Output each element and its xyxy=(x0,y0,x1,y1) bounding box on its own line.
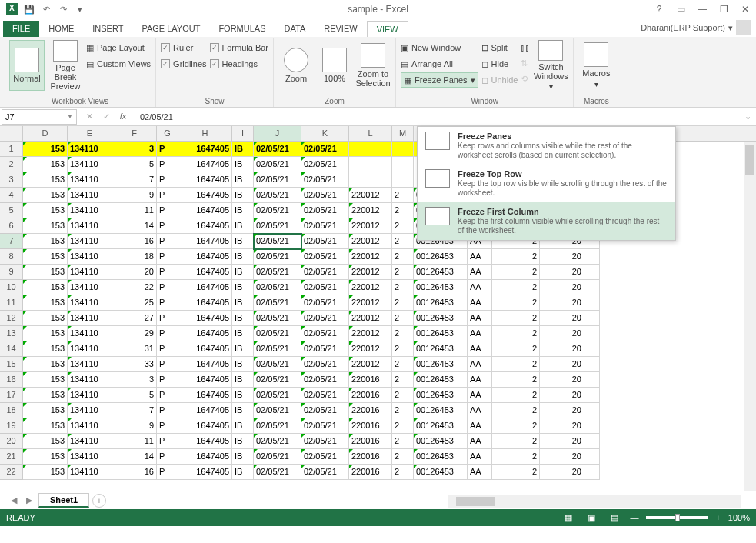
cell-O17[interactable]: AA xyxy=(468,388,492,403)
cell-I11[interactable]: IB xyxy=(232,295,254,311)
insert-function-icon[interactable]: fx xyxy=(115,112,131,122)
cell-H17[interactable]: 1647405 xyxy=(178,388,232,403)
cell-H18[interactable]: 1647405 xyxy=(178,403,232,418)
cell-D9[interactable]: 153 xyxy=(23,265,68,280)
horizontal-scrollbar[interactable] xyxy=(448,495,741,508)
cell-E14[interactable]: 134110 xyxy=(68,341,112,357)
sheet-tab[interactable]: Sheet1 xyxy=(38,493,89,508)
cell-H6[interactable]: 1647405 xyxy=(178,218,232,234)
cell-O13[interactable]: AA xyxy=(468,326,492,341)
cell-R13[interactable] xyxy=(584,326,600,341)
redo-icon[interactable]: ↷ xyxy=(55,2,71,17)
page-layout-button[interactable]: ▦ Page Layout xyxy=(86,40,151,55)
cell-G3[interactable]: P xyxy=(157,172,178,188)
freeze-panes-button[interactable]: ▦ Freeze Panes ▾ xyxy=(401,72,478,88)
tab-home[interactable]: HOME xyxy=(39,21,83,37)
cell-E16[interactable]: 134110 xyxy=(68,372,112,388)
cell-D10[interactable]: 153 xyxy=(23,280,68,295)
cell-F18[interactable]: 7 xyxy=(112,403,157,418)
cell-O19[interactable]: AA xyxy=(468,418,492,434)
cell-F20[interactable]: 11 xyxy=(112,434,157,449)
row-header-14[interactable]: 14 xyxy=(0,341,23,357)
cell-L18[interactable]: 220016 xyxy=(349,403,392,418)
cell-J14[interactable]: 02/05/21 xyxy=(254,341,301,357)
cell-P13[interactable]: 2 xyxy=(492,326,540,341)
cell-J6[interactable]: 02/05/21 xyxy=(254,218,301,234)
cell-E3[interactable]: 134110 xyxy=(68,172,112,188)
cell-F3[interactable]: 7 xyxy=(112,172,157,188)
cell-F19[interactable]: 9 xyxy=(112,418,157,434)
switch-windows-button[interactable]: Switch Windows ▾ xyxy=(533,40,568,91)
cell-K8[interactable]: 02/05/21 xyxy=(301,249,349,265)
zoom-button[interactable]: Zoom xyxy=(278,40,314,91)
row-header-21[interactable]: 21 xyxy=(0,449,23,465)
cell-R16[interactable] xyxy=(584,372,600,388)
cell-O8[interactable]: AA xyxy=(468,249,492,265)
cell-M7[interactable]: 2 xyxy=(392,234,414,249)
cell-P17[interactable]: 2 xyxy=(492,388,540,403)
cell-P22[interactable]: 2 xyxy=(492,465,540,480)
cell-J1[interactable]: 02/05/21 xyxy=(254,142,301,157)
new-sheet-button[interactable]: + xyxy=(92,494,106,508)
cell-L5[interactable]: 220012 xyxy=(349,203,392,218)
cell-P16[interactable]: 2 xyxy=(492,372,540,388)
vertical-scrollbar[interactable] xyxy=(744,142,756,491)
arrange-all-button[interactable]: ▤ Arrange All xyxy=(401,56,478,72)
cell-G15[interactable]: P xyxy=(157,357,178,372)
cell-K12[interactable]: 02/05/21 xyxy=(301,311,349,326)
cell-D22[interactable]: 153 xyxy=(23,465,68,480)
cell-F15[interactable]: 33 xyxy=(112,357,157,372)
restore-icon[interactable]: ❐ xyxy=(713,0,734,18)
cell-I6[interactable]: IB xyxy=(232,218,254,234)
cell-M4[interactable]: 2 xyxy=(392,188,414,203)
row-header-10[interactable]: 10 xyxy=(0,280,23,295)
cell-D19[interactable]: 153 xyxy=(23,418,68,434)
freeze-top-row-option[interactable]: Freeze Top RowKeep the top row visible w… xyxy=(418,165,675,202)
ruler-checkbox[interactable]: ✓Ruler xyxy=(161,40,206,55)
column-header-D[interactable]: D xyxy=(23,126,68,141)
cell-I20[interactable]: IB xyxy=(232,434,254,449)
cell-K7[interactable]: 02/05/21 xyxy=(301,234,349,249)
cell-F2[interactable]: 5 xyxy=(112,157,157,172)
column-header-K[interactable]: K xyxy=(301,126,349,141)
cell-L14[interactable]: 220012 xyxy=(349,341,392,357)
cell-O21[interactable]: AA xyxy=(468,449,492,465)
cell-J16[interactable]: 02/05/21 xyxy=(254,372,301,388)
cell-H1[interactable]: 1647405 xyxy=(178,142,232,157)
cell-R17[interactable] xyxy=(584,388,600,403)
cell-L4[interactable]: 220012 xyxy=(349,188,392,203)
expand-formula-bar-icon[interactable]: ⌄ xyxy=(740,112,756,122)
cell-R19[interactable] xyxy=(584,418,600,434)
help-icon[interactable]: ? xyxy=(648,0,670,18)
cell-M18[interactable]: 2 xyxy=(392,403,414,418)
cell-Q22[interactable]: 20 xyxy=(540,465,584,480)
cell-E7[interactable]: 134110 xyxy=(68,234,112,249)
cell-O12[interactable]: AA xyxy=(468,311,492,326)
cell-I4[interactable]: IB xyxy=(232,188,254,203)
cell-I8[interactable]: IB xyxy=(232,249,254,265)
row-header-18[interactable]: 18 xyxy=(0,403,23,418)
cell-I21[interactable]: IB xyxy=(232,449,254,465)
cell-G16[interactable]: P xyxy=(157,372,178,388)
cell-I2[interactable]: IB xyxy=(232,157,254,172)
enter-formula-icon[interactable]: ✓ xyxy=(98,112,114,122)
cell-H12[interactable]: 1647405 xyxy=(178,311,232,326)
custom-views-button[interactable]: ▤ Custom Views xyxy=(86,56,151,72)
cell-I16[interactable]: IB xyxy=(232,372,254,388)
cell-Q16[interactable]: 20 xyxy=(540,372,584,388)
cell-F6[interactable]: 14 xyxy=(112,218,157,234)
tab-formulas[interactable]: FORMULAS xyxy=(209,21,275,37)
cell-I9[interactable]: IB xyxy=(232,265,254,280)
formula-bar-checkbox[interactable]: ✓Formula Bar xyxy=(210,40,269,55)
cell-M13[interactable]: 2 xyxy=(392,326,414,341)
ribbon-display-icon[interactable]: ▭ xyxy=(670,0,691,18)
cell-D3[interactable]: 153 xyxy=(23,172,68,188)
cell-K9[interactable]: 02/05/21 xyxy=(301,265,349,280)
cell-L19[interactable]: 220016 xyxy=(349,418,392,434)
cell-D20[interactable]: 153 xyxy=(23,434,68,449)
normal-view-button[interactable]: Normal xyxy=(9,40,45,91)
cell-K22[interactable]: 02/05/21 xyxy=(301,465,349,480)
cell-H21[interactable]: 1647405 xyxy=(178,449,232,465)
cell-H2[interactable]: 1647405 xyxy=(178,157,232,172)
cell-L3[interactable] xyxy=(349,172,392,188)
